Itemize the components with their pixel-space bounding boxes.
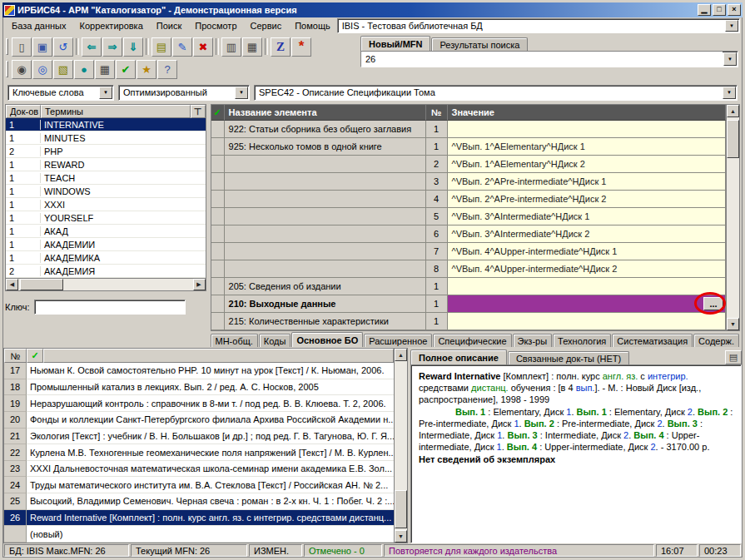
record-row[interactable]: 21 Экология [Текст] : учебник / В. Н. Бо… — [4, 429, 394, 445]
menu-item[interactable]: Поиск — [150, 19, 188, 32]
table-view-button[interactable]: ▦ — [95, 60, 115, 79]
view-record-button[interactable]: ◉ — [12, 60, 32, 79]
field-value-cell[interactable]: ^VВып. 4^AUpper-intermediate^HДиск 2 ... — [448, 260, 726, 278]
chevron-down-icon[interactable]: ▼ — [725, 20, 738, 32]
worksheet-tab[interactable]: Специфические — [433, 334, 511, 347]
worksheet-tab[interactable]: МН-общ. — [211, 334, 258, 347]
toolbar-button[interactable] — [74, 37, 81, 57]
scroll-up-icon[interactable]: ▲ — [395, 349, 407, 361]
field-value-cell[interactable]: ^VВып. 2^APre-intermediate^HДиск 2 ... — [448, 191, 726, 208]
print-button[interactable]: ▥ — [221, 37, 241, 57]
print-icon[interactable]: ▤ — [725, 350, 742, 364]
menu-item[interactable]: Сервис — [244, 19, 289, 32]
description-tab[interactable]: Полное описание — [410, 349, 507, 364]
field-row[interactable]: 4 ^VВып. 2^APre-intermediate^HДиск 2 ... — [211, 191, 726, 208]
undo-button[interactable]: ↺ — [53, 37, 73, 57]
autofill-button[interactable]: Z — [271, 37, 291, 57]
field-row[interactable]: 3 ^VВып. 2^APre-intermediate^HДиск 1 ... — [211, 173, 726, 191]
chevron-down-icon[interactable]: ▼ — [723, 52, 737, 66]
term-row[interactable]: 1 MINUTES — [6, 131, 206, 145]
menu-item[interactable]: Корректировка — [73, 19, 150, 32]
field-row[interactable]: 6 ^VВып. 3^AIntermediate^HДиск 2 ... — [211, 225, 726, 243]
chevron-down-icon[interactable]: ▼ — [723, 87, 736, 99]
fields-vertical-scrollbar[interactable]: ▲ ▼ — [726, 105, 739, 330]
chevron-down-icon[interactable]: ▼ — [99, 87, 112, 99]
field-row[interactable]: 5 ^VВып. 3^AIntermediate^HДиск 1 ... — [211, 208, 726, 225]
925: Несколько томов в одной книге[interactable]: 925: Несколько томов в одной книге 1 ^VВ… — [211, 138, 726, 156]
minimize-button[interactable]: ▁ — [698, 4, 711, 16]
record-row[interactable]: 24 Труды математического института им. В… — [4, 477, 394, 493]
record-row[interactable]: 20 Фонды и коллекции Санкт-Петербургског… — [4, 412, 394, 429]
toolbar-button[interactable] — [263, 37, 270, 57]
mfn-combo[interactable]: ▼ — [360, 51, 738, 67]
mfn-input[interactable] — [361, 52, 723, 67]
toolbar-button[interactable] — [144, 37, 151, 57]
scrollbar-thumb[interactable] — [395, 490, 407, 528]
toolbar-grip[interactable] — [6, 61, 8, 77]
term-row[interactable]: 1 TEACH — [6, 171, 206, 185]
dictionary-button[interactable]: ▧ — [53, 60, 73, 79]
field-value-cell[interactable]: ... — [448, 121, 726, 138]
record-row[interactable]: 25 Высоцкий, Владимир Семенович. Черная … — [4, 493, 394, 510]
scroll-up-icon[interactable]: ▲ — [727, 105, 739, 117]
field-row[interactable]: 2 ^VВып. 1^AElementary^HДиск 2 ... — [211, 156, 726, 173]
worksheet-tab[interactable]: Коды — [259, 334, 291, 347]
search-db-button[interactable]: ◎ — [32, 60, 52, 79]
validate-button[interactable]: ✔ — [116, 60, 136, 79]
worksheet-tab[interactable]: Экз-ры — [513, 334, 553, 347]
field-row[interactable]: 8 ^VВып. 4^AUpper-intermediate^HДиск 2 .… — [211, 260, 726, 278]
205: Сведения об издании[interactable]: 205: Сведения об издании 1 ... — [211, 278, 726, 295]
help-button[interactable]: ? — [157, 60, 177, 79]
web-button[interactable]: ● — [74, 60, 94, 79]
search-mode-combo[interactable]: Оптимизированный ▼ — [118, 85, 250, 101]
field-editor-button[interactable]: ... — [703, 297, 723, 310]
record-tab[interactable]: Новый/MFN — [360, 36, 430, 51]
field-value-cell[interactable]: ^VВып. 3^AIntermediate^HДиск 2 ... — [448, 225, 726, 243]
scroll-right-icon[interactable]: ▶ — [193, 279, 206, 290]
save-button[interactable]: ▣ — [32, 37, 52, 57]
goto-record-button[interactable]: ⇓ — [123, 37, 143, 57]
record-row[interactable]: 22 Курлена М.В. Техногенные геомеханичес… — [4, 444, 394, 461]
key-input[interactable] — [34, 300, 186, 315]
menu-item[interactable]: Помощь — [288, 19, 337, 32]
scroll-down-icon[interactable]: ▼ — [395, 530, 407, 543]
menu-item[interactable]: База данных — [5, 19, 73, 32]
210: Выходные данные[interactable]: 210: Выходные данные 1 ... — [211, 295, 726, 313]
scroll-left-icon[interactable]: ◀ — [6, 279, 18, 290]
scrollbar-thumb[interactable] — [727, 120, 739, 158]
database-combo[interactable]: IBIS - Тестовая библиотечная БД ▼ — [337, 18, 740, 33]
record-row[interactable]: 17 Ньюман К. Освой самостоятельно PHP. 1… — [4, 363, 394, 379]
edit-button[interactable]: ✎ — [172, 37, 192, 57]
record-row[interactable]: 26 Reward Internative [Комплект] : полн.… — [4, 510, 394, 527]
bookmark-button[interactable]: ★ — [137, 60, 156, 79]
215: Количественные характеристики[interactable]: 215: Количественные характеристики 1 ... — [211, 313, 726, 330]
macro-button[interactable]: * — [291, 37, 311, 57]
delete-record-button[interactable]: ✖ — [193, 37, 213, 57]
field-value-cell[interactable]: ^VВып. 2^APre-intermediate^HДиск 1 ... — [448, 173, 726, 191]
worksheet-tab[interactable]: Технология — [553, 334, 611, 347]
description-tab[interactable]: Связанные док-ты (НЕТ) — [508, 351, 629, 364]
field-row[interactable]: 7 ^VВып. 4^AUpper-intermediate^HДиск 1 .… — [211, 243, 726, 260]
worksheet-button[interactable]: ▤ — [151, 37, 171, 57]
new-record-button[interactable]: ▯ — [12, 37, 32, 57]
field-value-cell[interactable]: ^VВып. 1^AElementary^HДиск 1 ... — [448, 138, 726, 156]
field-value-cell[interactable]: ... — [448, 313, 726, 330]
records-vertical-scrollbar[interactable]: ▲ ▼ — [394, 349, 407, 543]
worksheet-combo[interactable]: SPEC42 - Описание Спецификации Тома ▼ — [254, 85, 738, 101]
next-record-button[interactable]: ⇒ — [102, 37, 122, 57]
close-button[interactable]: × — [728, 4, 741, 16]
worksheet-tab[interactable]: Основное БО — [291, 332, 363, 347]
maximize-button[interactable]: □ — [713, 4, 726, 16]
term-row[interactable]: 2 АКАДЕМИЯ — [6, 265, 206, 278]
prev-record-button[interactable]: ⇐ — [82, 37, 102, 57]
922: Статьи сборника без общего заглавия[interactable]: 922: Статьи сборника без общего заглавия… — [211, 121, 726, 138]
term-row[interactable]: 1 XXXI — [6, 198, 206, 211]
term-row[interactable]: 1 АКАД — [6, 225, 206, 238]
term-row[interactable]: 1 АКАДЕМИКА — [6, 251, 206, 265]
field-value-cell[interactable]: ... — [448, 295, 726, 313]
term-row[interactable]: 1 YOURSELF — [6, 211, 206, 225]
record-row[interactable]: 18 Промышленный катализ в лекциях. Вып. … — [4, 379, 394, 396]
term-row[interactable]: 1 INTERNATIVE — [6, 118, 206, 131]
worksheet-tab[interactable]: Систематизация — [612, 334, 693, 347]
record-row[interactable]: 19 Неразрушающий контроль : справочник в… — [4, 395, 394, 412]
